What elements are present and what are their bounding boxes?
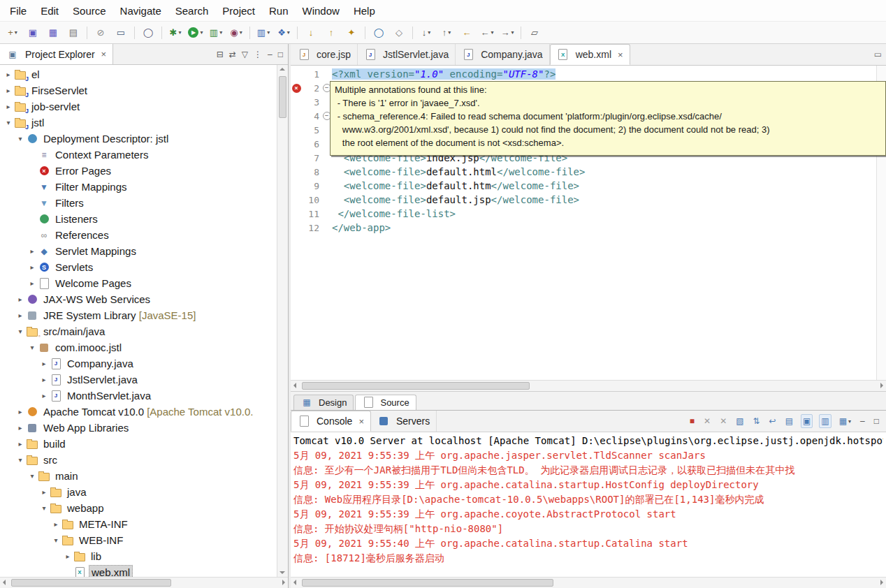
menu-source[interactable]: Source (66, 2, 113, 20)
tree-item-webapp[interactable]: ▾webapp (0, 500, 277, 516)
pin-console-button[interactable]: ▣ (801, 414, 813, 428)
new-button[interactable]: +▾ (3, 24, 22, 41)
menu-edit[interactable]: Edit (34, 2, 66, 20)
tree-item-jax-ws-web-services[interactable]: ▸JAX-WS Web Services (0, 291, 277, 307)
chevron-collapsed-icon[interactable]: ▸ (27, 279, 38, 287)
chevron-collapsed-icon[interactable]: ▸ (38, 488, 50, 496)
chevron-expanded-icon[interactable]: ▾ (38, 504, 50, 512)
close-tab-icon[interactable]: × (358, 416, 364, 427)
dropdown-arrow-icon[interactable]: ▾ (240, 29, 242, 36)
tree-item-jstlservlet-java[interactable]: ▸JJstlServlet.java (0, 372, 277, 388)
tree-item-java[interactable]: ▸java (0, 484, 277, 500)
previous-annotation-button[interactable]: ↑▾ (437, 24, 456, 41)
scroll-right-icon[interactable] (282, 580, 285, 585)
chevron-collapsed-icon[interactable]: ▸ (3, 71, 14, 78)
open-terminal-button[interactable]: ▭ (111, 24, 131, 41)
chevron-collapsed-icon[interactable]: ▸ (38, 376, 50, 383)
dropdown-arrow-icon[interactable]: ▾ (448, 29, 451, 36)
tree-item-welcome-pages[interactable]: ▸Welcome Pages (0, 275, 277, 291)
scroll-right-icon[interactable] (880, 383, 883, 388)
show-on-output-button[interactable]: ▤ (784, 415, 794, 427)
chevron-collapsed-icon[interactable]: ▸ (27, 247, 38, 255)
tree-item-monthservlet-java[interactable]: ▸JMonthServlet.java (0, 388, 277, 404)
chevron-expanded-icon[interactable]: ▾ (27, 344, 38, 351)
save-button[interactable]: ▣ (23, 24, 43, 41)
code-line[interactable]: 10 <welcome-file>default.jsp</welcome-fi… (291, 193, 876, 207)
link-with-editor-icon[interactable]: ⇄ (229, 50, 236, 59)
menu-search[interactable]: Search (168, 2, 216, 20)
filters-icon[interactable]: ▽ (242, 50, 248, 59)
clear-console-button[interactable]: ▧ (734, 415, 745, 427)
page-tab-source[interactable]: Source (355, 395, 416, 410)
scrollbar-thumb[interactable] (302, 382, 530, 390)
console-tab-servers[interactable]: Servers (371, 411, 437, 432)
chevron-expanded-icon[interactable]: ▾ (15, 328, 26, 335)
chevron-collapsed-icon[interactable]: ▸ (3, 87, 14, 94)
back-button[interactable]: ←▾ (477, 24, 497, 41)
minimize-view-button[interactable]: – (859, 415, 866, 427)
tree-item-filters[interactable]: ▼Filters (0, 195, 277, 211)
tree-item-web-xml[interactable]: Xweb.xml (0, 564, 277, 577)
chevron-collapsed-icon[interactable]: ▸ (38, 360, 50, 367)
remove-all-terminated-button[interactable]: ✕ (718, 415, 728, 427)
editor-tab-core-jsp[interactable]: Jcore.jsp (291, 44, 358, 65)
chevron-collapsed-icon[interactable]: ▸ (27, 263, 38, 271)
save-all-button[interactable]: ▦ (43, 24, 63, 41)
maximize-view-icon[interactable]: □ (278, 50, 283, 59)
display-selected-console-button[interactable]: ▥ (819, 414, 831, 428)
code-line[interactable]: 8 <welcome-file>default.html</welcome-fi… (291, 165, 876, 179)
error-marker-icon[interactable]: × (291, 84, 302, 93)
coverage-button[interactable]: ▥▾ (206, 24, 226, 41)
dropdown-arrow-icon[interactable]: ▾ (219, 29, 222, 36)
export-button[interactable]: ↑ (321, 24, 341, 41)
dropdown-arrow-icon[interactable]: ▾ (178, 29, 181, 36)
menu-window[interactable]: Window (296, 2, 347, 20)
print-button[interactable]: ▤ (64, 24, 83, 41)
console-output[interactable]: Tomcat v10.0 Server at localhost [Apache… (291, 432, 886, 577)
web-browser-button[interactable]: ◯ (369, 24, 388, 41)
chevron-expanded-icon[interactable]: ▾ (27, 472, 38, 480)
tree-item-web-app-libraries[interactable]: ▸Web App Libraries (0, 420, 277, 436)
dropdown-arrow-icon[interactable]: ▾ (491, 29, 493, 36)
remove-launch-button[interactable]: ✕ (702, 415, 712, 427)
console-tab-console[interactable]: Console× (291, 411, 371, 432)
tree-item-error-pages[interactable]: ×Error Pages (0, 163, 277, 179)
menu-run[interactable]: Run (262, 2, 296, 20)
tree-item-context-parameters[interactable]: ≡Context Parameters (0, 147, 277, 163)
debug-button[interactable]: ✱▾ (166, 24, 185, 41)
dropdown-arrow-icon[interactable]: ▾ (428, 29, 430, 36)
scroll-left-icon[interactable] (293, 580, 296, 585)
maximize-view-button[interactable]: □ (873, 415, 880, 427)
view-menu-icon[interactable]: ⋮ (254, 50, 262, 59)
chevron-collapsed-icon[interactable]: ▸ (50, 520, 61, 528)
chevron-expanded-icon[interactable]: ▾ (15, 456, 26, 464)
console-horizontal-scrollbar[interactable] (291, 577, 886, 588)
editor-tab-jstlservlet-java[interactable]: JJstlServlet.java (358, 44, 456, 65)
tree-item-src-main-java[interactable]: ▾◦src/main/java (0, 323, 277, 339)
code-line[interactable]: 11 </welcome-file-list> (291, 207, 876, 221)
tree-horizontal-scrollbar[interactable] (0, 577, 288, 588)
editor-horizontal-scrollbar[interactable] (291, 380, 886, 391)
tree-item-web-inf[interactable]: ▾WEB-INF (0, 532, 277, 548)
run-button[interactable]: ▶▾ (186, 24, 205, 41)
tree-item-servlets[interactable]: ▸SServlets (0, 259, 277, 275)
tree-vertical-scrollbar[interactable] (277, 65, 288, 577)
chevron-expanded-icon[interactable]: ▾ (15, 135, 26, 142)
scroll-down-icon[interactable] (279, 571, 285, 574)
tree-item-el[interactable]: ▸Jel (0, 66, 277, 82)
chevron-collapsed-icon[interactable]: ▸ (15, 295, 26, 303)
forward-button[interactable]: →▾ (498, 24, 517, 41)
tree-item-servlet-mappings[interactable]: ▸◆Servlet Mappings (0, 243, 277, 259)
tree-item-references[interactable]: ∞References (0, 227, 277, 243)
skip-all-breakpoints-button[interactable]: ⊘ (91, 24, 110, 41)
word-wrap-button[interactable]: ↩ (768, 415, 778, 427)
scrollbar-thumb[interactable] (11, 579, 171, 587)
new-wizard-button[interactable]: ✦ (342, 24, 361, 41)
tree-item-company-java[interactable]: ▸JCompany.java (0, 355, 277, 372)
open-type-button[interactable]: ◇ (389, 24, 409, 41)
scroll-up-icon[interactable] (279, 68, 285, 71)
scrollbar-thumb[interactable] (302, 579, 553, 587)
dropdown-arrow-icon[interactable]: ▾ (200, 29, 203, 36)
tree-item-firseservlet[interactable]: ▸JFirseServlet (0, 82, 277, 98)
chevron-expanded-icon[interactable]: ▾ (3, 119, 14, 126)
